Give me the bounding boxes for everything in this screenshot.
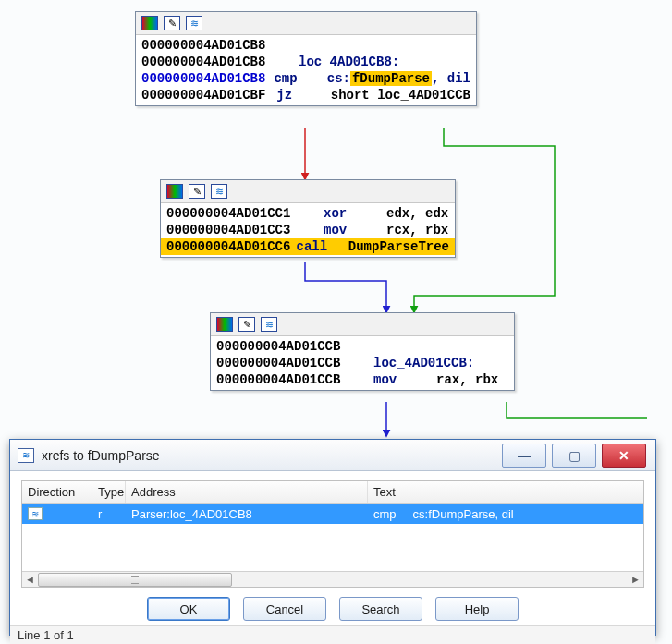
asm-line[interactable]: 000000004AD01CC3 mov rcx, rbx [161, 222, 455, 238]
asm-line[interactable]: 000000004AD01CB8 [136, 37, 476, 54]
edit-icon[interactable]: ✎ [164, 16, 180, 30]
address: 000000004AD01CB8 [141, 54, 299, 70]
node-header: ✎ ≋ [161, 180, 455, 203]
mnemonic: mov [373, 371, 436, 388]
asm-line[interactable]: 000000004AD01CB8 cmp cs:fDumpParse, dil [136, 70, 476, 87]
xrefs-list[interactable]: Direction Type Address Text ≋ r Parser:l… [21, 480, 644, 588]
minimize-button[interactable]: — [502, 444, 546, 468]
col-text[interactable]: Text [368, 481, 643, 503]
palette-icon[interactable] [166, 184, 183, 199]
label: loc_4AD01CB8: [299, 54, 361, 70]
address: 000000004AD01CCB [216, 355, 373, 371]
asm-line[interactable]: 000000004AD01CB8 loc_4AD01CB8: [136, 54, 476, 70]
operands: DumpParseTree [348, 238, 449, 255]
close-button[interactable]: ✕ [602, 444, 646, 468]
operands: rax, rbx [436, 371, 498, 388]
graph-node-3[interactable]: ✎ ≋ 000000004AD01CCB 000000004AD01CCB lo… [210, 312, 515, 391]
operands: short loc_4AD01CCB [331, 87, 470, 103]
asm-line[interactable]: 000000004AD01CBF jz short loc_4AD01CCB [136, 87, 476, 103]
dialog-title: xrefs to fDumpParse [42, 448, 502, 463]
symbol-highlight: fDumpParse [350, 71, 432, 86]
edit-icon[interactable]: ✎ [238, 317, 255, 332]
titlebar[interactable]: ≋ xrefs to fDumpParse — ▢ ✕ [10, 440, 655, 471]
help-button[interactable]: Help [435, 597, 519, 621]
address: 000000004AD01CC6 [166, 238, 297, 255]
edit-icon[interactable]: ✎ [189, 184, 205, 199]
scroll-thumb[interactable] [38, 573, 232, 587]
status-bar: Line 1 of 1 [10, 625, 655, 644]
address: 000000004AD01CCB [216, 371, 373, 388]
xrefs-dialog: ≋ xrefs to fDumpParse — ▢ ✕ Direction Ty… [9, 439, 656, 636]
col-direction[interactable]: Direction [22, 481, 92, 503]
search-button[interactable]: Search [339, 597, 422, 621]
operands: edx, edx [386, 205, 448, 222]
col-type[interactable]: Type [92, 481, 126, 503]
h-scrollbar[interactable]: ◄ ► [22, 571, 643, 587]
address: 000000004AD01CB8 [141, 37, 299, 54]
asm-line[interactable]: 000000004AD01CCB loc_4AD01CCB: [211, 355, 514, 371]
label: loc_4AD01CCB: [373, 355, 436, 371]
mnemonic: mov [324, 222, 386, 238]
address: 000000004AD01CC1 [166, 205, 324, 222]
scroll-track[interactable] [38, 573, 628, 587]
palette-icon[interactable] [141, 16, 158, 30]
asm-line-selected[interactable]: 000000004AD01CC6 call DumpParseTree [161, 238, 455, 255]
operands: cs:fDumpParse, dil [327, 70, 470, 87]
graph-node-1[interactable]: ✎ ≋ 000000004AD01CB8 000000004AD01CB8 lo… [135, 11, 477, 106]
asm-line[interactable]: 000000004AD01CC1 xor edx, edx [161, 205, 455, 222]
ok-button[interactable]: OK [147, 597, 230, 621]
col-address[interactable]: Address [126, 481, 368, 503]
xref-icon: ≋ [28, 507, 43, 520]
operands: rcx, rbx [386, 222, 448, 238]
graph-node-2[interactable]: ✎ ≋ 000000004AD01CC1 xor edx, edx 000000… [160, 179, 456, 258]
app-icon: ≋ [18, 448, 34, 463]
address: 000000004AD01CB8 [141, 70, 274, 87]
mnemonic: jz [276, 87, 331, 103]
cell-type: r [92, 507, 126, 521]
list-row[interactable]: ≋ r Parser:loc_4AD01CB8 cmp cs:fDumpPars… [22, 504, 643, 524]
palette-icon[interactable] [216, 317, 233, 332]
scroll-right-icon[interactable]: ► [628, 573, 643, 587]
node-header: ✎ ≋ [136, 12, 476, 35]
address: 000000004AD01CBF [141, 87, 276, 103]
scroll-left-icon[interactable]: ◄ [22, 573, 38, 587]
mnemonic: cmp [274, 70, 326, 87]
mnemonic: xor [324, 205, 386, 222]
node-header: ✎ ≋ [211, 313, 514, 336]
mnemonic: call [297, 238, 348, 255]
cell-address: Parser:loc_4AD01CB8 [126, 507, 368, 521]
cell-text: cmp cs:fDumpParse, dil [368, 507, 643, 521]
list-header-row: Direction Type Address Text [22, 481, 643, 504]
asm-line[interactable]: 000000004AD01CCB [211, 338, 514, 355]
graph-icon[interactable]: ≋ [186, 16, 202, 30]
asm-line[interactable]: 000000004AD01CCB mov rax, rbx [211, 371, 514, 388]
maximize-button[interactable]: ▢ [552, 444, 596, 468]
cancel-button[interactable]: Cancel [243, 597, 326, 621]
address: 000000004AD01CC3 [166, 222, 324, 238]
address: 000000004AD01CCB [216, 338, 373, 355]
graph-icon[interactable]: ≋ [211, 184, 227, 199]
graph-icon[interactable]: ≋ [261, 317, 277, 332]
